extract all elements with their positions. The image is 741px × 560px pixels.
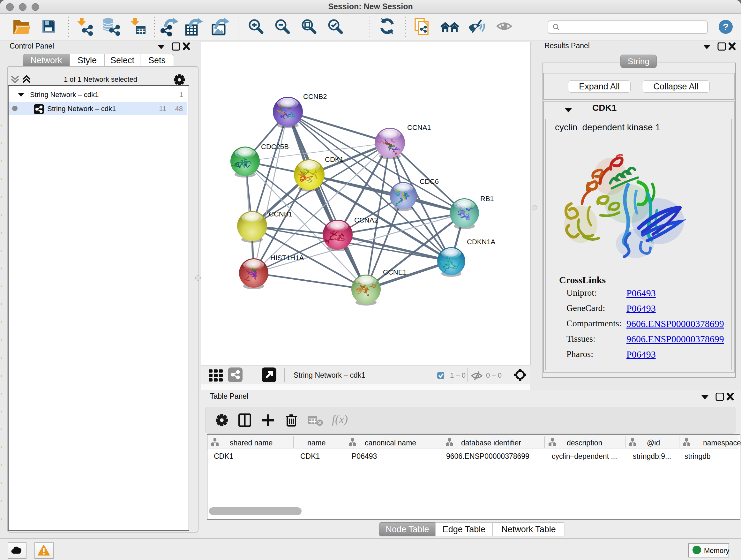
svg-text:CCNB2: CCNB2	[303, 92, 327, 101]
svg-text:CCNB1: CCNB1	[269, 210, 293, 218]
svg-text:CDC25B: CDC25B	[261, 143, 289, 151]
svg-text:CDK1: CDK1	[325, 155, 344, 164]
svg-text:RB1: RB1	[480, 195, 494, 203]
svg-text:HIST1H1A: HIST1H1A	[270, 254, 304, 262]
svg-text:CCNE1: CCNE1	[383, 268, 407, 276]
svg-text:CDC6: CDC6	[420, 178, 439, 186]
svg-text:CDKN1A: CDKN1A	[467, 238, 495, 246]
svg-text:CCNA1: CCNA1	[407, 124, 431, 132]
svg-text:CCNA2: CCNA2	[354, 216, 378, 224]
